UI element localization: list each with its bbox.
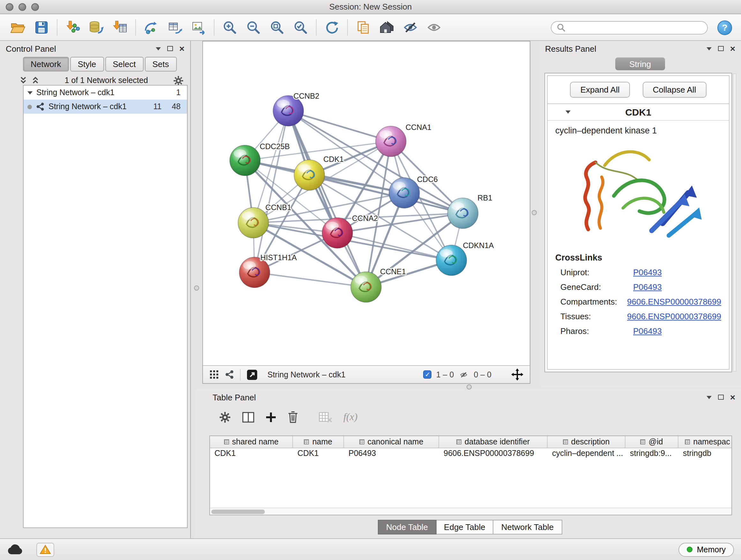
control-panel-tab-style[interactable]: Style [70,57,104,71]
collection-disclosure-icon[interactable] [27,91,32,94]
memory-button[interactable]: Memory [678,543,734,557]
network-edge[interactable] [288,111,366,287]
collapse-all-button[interactable]: Collapse All [643,82,706,98]
expand-all-icon[interactable] [19,76,27,85]
copy-annotations-button[interactable] [353,17,374,38]
warnings-button[interactable] [37,543,54,557]
float-panel-icon[interactable] [718,46,724,51]
table-horizontal-scrollbar[interactable] [210,508,731,515]
column-header[interactable]: shared name [210,436,293,448]
help-button[interactable]: ? [718,20,732,35]
pan-mode-icon[interactable] [511,368,523,381]
refresh-view-button[interactable] [322,17,342,38]
crosslink-link[interactable]: P06493 [633,282,662,292]
import-network-from-database-button[interactable] [86,17,107,38]
network-canvas[interactable]: CCNB2CCNA1CDC25BCDK1CDC6RB1CCNB1CCNA2CDK… [203,42,530,365]
float-panel-icon[interactable] [167,46,173,51]
function-builder-button[interactable]: f(x) [343,411,357,423]
string-results-tab[interactable]: String [615,57,665,70]
hide-details-button[interactable] [400,17,421,38]
network-node[interactable]: HIST1H1A [239,253,297,288]
table-settings-gear-icon[interactable] [219,411,231,423]
network-overview-button[interactable] [377,17,397,38]
crosslink-link[interactable]: P06493 [633,326,662,336]
show-details-button[interactable] [424,17,444,38]
table-cell[interactable]: CDK1 [293,448,344,460]
network-node[interactable]: RB1 [448,193,492,229]
network-node[interactable]: CCNA1 [376,123,431,157]
left-splitter-handle[interactable] [194,286,199,291]
results-scrollbar[interactable] [733,73,737,372]
search-input[interactable] [569,23,702,32]
zoom-fit-button[interactable] [267,17,287,38]
table-cell[interactable]: P06493 [344,448,439,460]
table-cell[interactable]: cyclin–dependent ... [548,448,625,460]
network-node[interactable]: CDK1 [294,155,344,191]
cloud-icon[interactable] [7,544,23,555]
scrollbar-thumb[interactable] [211,509,265,514]
panel-menu-icon[interactable] [706,47,712,50]
column-header[interactable]: description [548,436,625,448]
table-cell[interactable]: 9606.ENSP00000378699 [439,448,548,460]
float-panel-icon[interactable] [718,395,724,400]
control-panel-tab-select[interactable]: Select [105,57,143,71]
table-cell[interactable]: stringdb [678,448,732,460]
zoom-window-button[interactable] [31,3,39,11]
collapse-all-icon[interactable] [31,76,40,85]
add-column-icon[interactable] [266,412,276,422]
panel-menu-icon[interactable] [706,395,712,399]
network-node[interactable]: CDKN1A [436,241,494,275]
network-collection-row[interactable]: String Network – cdk1 1 [23,85,187,100]
table-cell[interactable]: CDK1 [210,448,293,460]
network-node[interactable]: CDC25B [230,142,290,176]
network-edge[interactable] [255,272,366,287]
column-header[interactable]: @id [625,436,678,448]
protein-disclosure-icon[interactable] [565,111,570,114]
network-node[interactable]: CCNB2 [273,91,320,126]
protein-section-header[interactable]: CDK1 [548,104,729,121]
control-panel-tab-sets[interactable]: Sets [145,57,177,71]
close-panel-icon[interactable]: × [730,44,735,53]
annotation-mode-icon[interactable] [246,369,258,380]
export-image-button[interactable] [188,17,209,38]
horizontal-splitter-handle[interactable] [467,384,472,389]
network-options-gear-icon[interactable] [173,75,184,86]
column-header[interactable]: namespac [678,436,732,448]
table-tab-network-table[interactable]: Network Table [494,520,562,535]
panel-menu-icon[interactable] [156,47,161,50]
network-edge[interactable] [255,111,288,272]
grid-mode-icon[interactable] [209,370,219,379]
column-header[interactable]: name [293,436,344,448]
import-table-from-file-button[interactable] [110,17,130,38]
hidden-eye-slash-icon[interactable] [458,370,469,379]
attach-table-button[interactable] [165,17,185,38]
close-panel-icon[interactable]: × [179,44,185,53]
close-panel-icon[interactable]: × [730,393,735,401]
crosslink-link[interactable]: 9606.ENSP00000378699 [627,312,721,321]
control-panel-tab-network[interactable]: Network [23,57,69,71]
crosslink-link[interactable]: 9606.ENSP00000378699 [627,297,721,307]
network-node[interactable]: CDC6 [389,175,438,208]
network-edge[interactable] [337,233,451,260]
show-columns-icon[interactable] [242,412,255,422]
zoom-out-button[interactable] [243,17,264,38]
zoom-in-button[interactable] [219,17,240,38]
table-tab-node-table[interactable]: Node Table [378,520,436,535]
right-splitter-handle[interactable] [532,210,537,215]
table-tab-edge-table[interactable]: Edge Table [436,520,494,535]
network-row[interactable]: String Network – cdk1 11 48 [23,100,187,114]
table-cell[interactable]: stringdb:9... [625,448,678,460]
close-window-button[interactable] [6,3,13,11]
delete-icon[interactable] [287,411,299,423]
selected-count-checkbox[interactable]: ✓ [423,370,432,379]
string-share-icon[interactable] [225,370,234,379]
zoom-selected-button[interactable] [290,17,311,38]
save-session-button[interactable] [31,17,52,38]
minimize-window-button[interactable] [18,3,26,11]
table-row[interactable]: CDK1CDK1P064939606.ENSP00000378699cyclin… [210,448,731,460]
import-network-from-file-button[interactable] [63,17,83,38]
open-session-button[interactable] [8,17,28,38]
create-network-view-button[interactable] [141,17,161,38]
expand-all-button[interactable]: Expand All [570,82,630,98]
network-edge[interactable] [288,111,391,141]
